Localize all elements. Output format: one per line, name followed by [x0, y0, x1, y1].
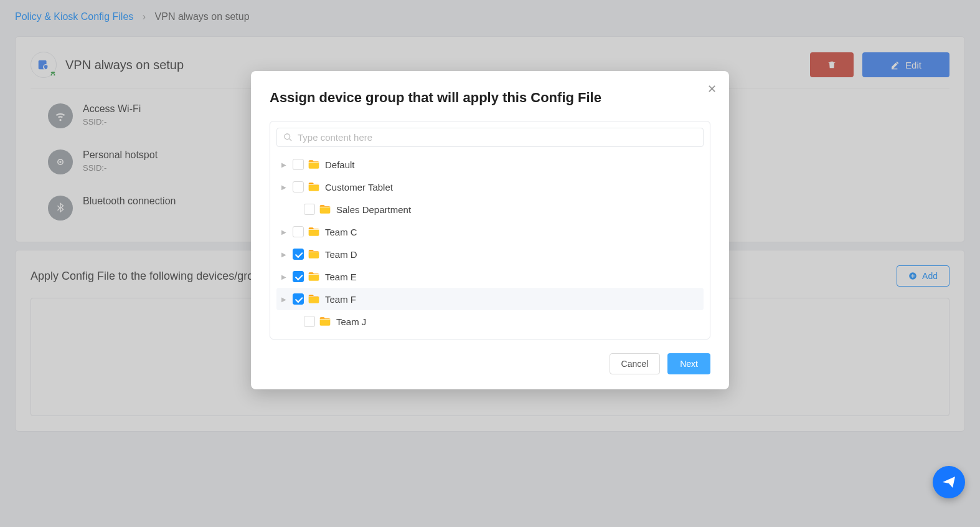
next-button[interactable]: Next	[667, 353, 710, 374]
help-fab[interactable]	[933, 466, 965, 498]
tree-label: Team J	[336, 316, 366, 327]
expand-caret-icon[interactable]: ▶	[281, 296, 291, 303]
modal-title: Assign device group that will apply this…	[270, 90, 710, 106]
tree-label: Team C	[325, 227, 357, 237]
checkbox[interactable]	[293, 271, 304, 282]
tree-label: Team E	[325, 272, 357, 282]
assign-group-modal: ✕ Assign device group that will apply th…	[251, 71, 729, 389]
paper-plane-icon	[941, 475, 956, 490]
expand-caret-icon[interactable]: ▶	[281, 251, 291, 258]
tree-label: Team D	[325, 249, 357, 260]
checkbox[interactable]	[293, 249, 304, 260]
checkbox[interactable]	[293, 159, 304, 170]
folder-icon	[319, 203, 331, 216]
folder-icon	[308, 181, 320, 193]
close-icon: ✕	[707, 83, 717, 95]
svg-point-7	[285, 134, 290, 140]
close-button[interactable]: ✕	[707, 82, 717, 96]
folder-icon	[319, 315, 331, 328]
checkbox[interactable]	[293, 226, 304, 237]
group-tree: ▶Default▶Customer Tablet▶Sales Departmen…	[276, 153, 704, 333]
tree-row[interactable]: ▶Team C	[276, 221, 704, 243]
tree-label: Customer Tablet	[325, 182, 393, 192]
search-input[interactable]	[298, 132, 697, 143]
tree-row[interactable]: ▶Team J	[276, 310, 704, 333]
tree-row[interactable]: ▶Default	[276, 153, 704, 176]
cancel-button[interactable]: Cancel	[610, 353, 661, 374]
checkbox[interactable]	[304, 204, 315, 215]
folder-icon	[308, 270, 320, 283]
tree-row[interactable]: ▶Team F	[276, 288, 704, 310]
tree-label: Default	[325, 159, 355, 170]
tree-row[interactable]: ▶Customer Tablet	[276, 176, 704, 198]
tree-label: Sales Department	[336, 204, 411, 215]
checkbox[interactable]	[293, 293, 304, 305]
tree-row[interactable]: ▶Sales Department	[276, 198, 704, 221]
folder-icon	[308, 248, 320, 260]
folder-icon	[308, 226, 320, 238]
expand-caret-icon[interactable]: ▶	[281, 273, 291, 280]
tree-label: Team F	[325, 294, 356, 305]
tree-row[interactable]: ▶Team E	[276, 265, 704, 288]
folder-icon	[308, 158, 320, 171]
search-input-wrap[interactable]	[276, 128, 704, 147]
expand-caret-icon[interactable]: ▶	[281, 161, 291, 168]
folder-icon	[308, 293, 320, 305]
checkbox[interactable]	[304, 316, 315, 327]
expand-caret-icon[interactable]: ▶	[281, 229, 291, 235]
checkbox[interactable]	[293, 181, 304, 192]
tree-row[interactable]: ▶Team D	[276, 243, 704, 265]
expand-caret-icon[interactable]: ▶	[281, 184, 291, 191]
search-icon	[283, 133, 293, 142]
